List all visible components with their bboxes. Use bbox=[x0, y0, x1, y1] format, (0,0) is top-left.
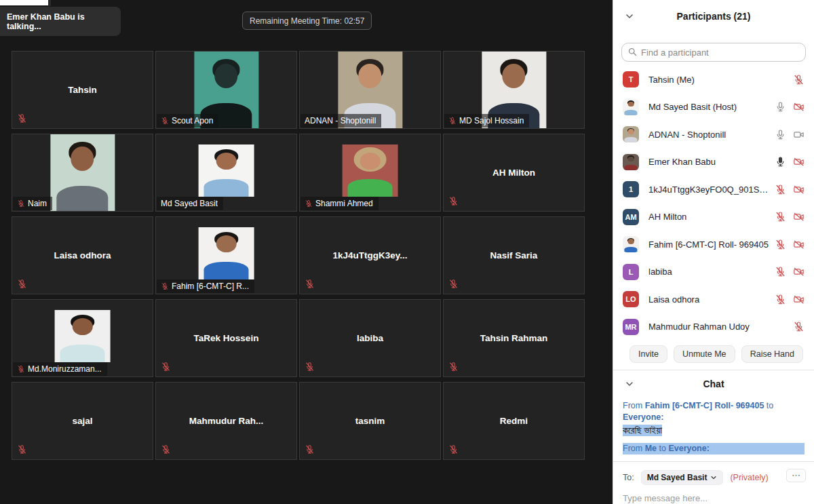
video-tile[interactable]: MD Sajol Hossain bbox=[443, 51, 585, 129]
chat-message-header: From Me to Everyone: bbox=[623, 443, 805, 454]
participant-name: Md Sayed Basit bbox=[161, 199, 218, 208]
video-tile[interactable]: Tahsin Rahman bbox=[443, 299, 585, 377]
mic-muted-icon bbox=[448, 444, 459, 454]
video-tile[interactable]: Fahim [6-CMT-C] R... bbox=[155, 216, 297, 294]
person-head bbox=[216, 153, 237, 170]
participant-video bbox=[623, 154, 639, 170]
video-tile[interactable]: tasnim bbox=[299, 382, 441, 460]
participant-row[interactable]: LOLaisa odhora bbox=[613, 286, 814, 313]
video-tile[interactable]: sajal bbox=[12, 382, 153, 460]
person-torso bbox=[60, 345, 104, 362]
video-tile[interactable]: Md.Moniruzzaman... bbox=[12, 299, 153, 377]
zoom-meeting-window: Emer Khan Babu is talking... Remaining M… bbox=[0, 0, 814, 504]
more-options-icon[interactable]: ⋯ bbox=[786, 469, 806, 482]
participant-row[interactable]: 11kJ4uTtggK3eyFO0Q_901SAAAA... bbox=[613, 176, 814, 203]
video-tile[interactable]: TaRek Hossein bbox=[155, 299, 297, 377]
participant-status-icons bbox=[793, 321, 805, 332]
participant-name-label: Md.Moniruzzaman... bbox=[13, 362, 107, 376]
camera-off-icon bbox=[793, 211, 805, 222]
video-tile[interactable]: Mahmudur Rah... bbox=[155, 382, 297, 460]
video-tile[interactable]: Scout Apon bbox=[155, 51, 297, 129]
recipient-name: Md Sayed Basit bbox=[647, 473, 708, 482]
participant-name-label: Fahim [6-CMT-C] R... bbox=[157, 279, 254, 293]
invite-button[interactable]: Invite bbox=[629, 345, 667, 363]
participant-row[interactable]: Emer Khan Babu bbox=[613, 149, 814, 176]
participant-name: ADNAN - Shoptonill bbox=[648, 130, 769, 140]
video-tile[interactable]: 1kJ4uTtggK3ey... bbox=[299, 216, 441, 294]
chevron-down-icon bbox=[710, 474, 717, 481]
video-tile[interactable]: labiba bbox=[299, 299, 441, 377]
mic-muted-icon bbox=[793, 74, 805, 85]
participant-row[interactable]: Md Sayed Basit (Host) bbox=[613, 94, 814, 121]
mic-muted-icon bbox=[17, 444, 27, 454]
participant-name: Tahsin bbox=[12, 52, 153, 128]
search-icon bbox=[627, 47, 638, 57]
avatar: L bbox=[623, 264, 639, 280]
chat-collapse-chevron-down-icon[interactable] bbox=[624, 379, 635, 389]
person-torso bbox=[204, 179, 248, 196]
participant-name: sajal bbox=[12, 383, 153, 459]
chat-recipient-row: To: Md Sayed Basit (Privately) ⋯ bbox=[613, 462, 814, 485]
avatar: MR bbox=[623, 319, 639, 335]
camera-off-icon bbox=[793, 239, 805, 250]
participant-status-icons bbox=[793, 74, 805, 85]
participants-collapse-chevron-down-icon[interactable] bbox=[624, 11, 635, 22]
chat-message: From Me to Everyone: bbox=[623, 443, 805, 454]
participant-row[interactable]: Llabiba bbox=[613, 258, 814, 286]
video-tile[interactable]: Nasif Saria bbox=[443, 216, 585, 294]
mic-muted-icon bbox=[448, 279, 459, 289]
mic-muted-icon bbox=[161, 444, 171, 454]
mic-muted-icon bbox=[161, 282, 169, 290]
active-speaker-toast: Emer Khan Babu is talking... bbox=[0, 7, 121, 36]
participant-video bbox=[198, 144, 254, 197]
mic-muted-icon bbox=[17, 113, 27, 123]
participants-title: Participants (21) bbox=[677, 11, 751, 22]
mic-muted-icon bbox=[305, 444, 315, 454]
recipient-dropdown[interactable]: Md Sayed Basit bbox=[641, 470, 724, 485]
participant-status-icons bbox=[775, 156, 805, 168]
participant-name: Redmi bbox=[444, 383, 584, 459]
mic-muted-icon bbox=[305, 199, 313, 208]
participant-row[interactable]: MRMahmudur Rahman Udoy bbox=[613, 313, 814, 341]
mic-muted-icon bbox=[448, 362, 459, 372]
participant-name: AH Milton bbox=[648, 212, 769, 222]
side-panel: Participants (21) TTahsin (Me)Md Sayed B… bbox=[613, 0, 814, 504]
participant-name: 1kJ4uTtggK3eyFO0Q_901SAAAA... bbox=[648, 185, 769, 195]
participant-name: tasnim bbox=[300, 383, 440, 459]
top-edge-artifact-mark bbox=[48, 0, 51, 6]
chat-message: From Fahim [6-CMT-C] Roll- 969405 to Eve… bbox=[623, 400, 805, 436]
participant-name: Nasif Saria bbox=[444, 217, 584, 294]
participant-row[interactable]: ADNAN - Shoptonill bbox=[613, 121, 814, 149]
mic-muted-icon bbox=[17, 365, 25, 373]
unmute-me-button[interactable]: Unmute Me bbox=[674, 345, 735, 363]
search-input[interactable] bbox=[621, 43, 806, 62]
chat-message-input[interactable]: Type message here... bbox=[613, 485, 814, 504]
camera-off-icon bbox=[793, 294, 805, 305]
participants-list: TTahsin (Me)Md Sayed Basit (Host)ADNAN -… bbox=[613, 66, 814, 341]
video-tile[interactable]: Md Sayed Basit bbox=[155, 134, 297, 212]
chat-messages: From Fahim [6-CMT-C] Roll- 969405 to Eve… bbox=[613, 398, 814, 454]
participant-name: TaRek Hossein bbox=[156, 300, 296, 376]
video-tile[interactable]: Laisa odhora bbox=[12, 216, 153, 294]
participant-name-label: Shammi Ahmed bbox=[301, 197, 379, 210]
participant-name: Tahsin Rahman bbox=[444, 300, 584, 376]
video-tile[interactable]: Redmi bbox=[443, 382, 585, 460]
avatar bbox=[623, 236, 639, 252]
mic-muted-icon bbox=[775, 294, 786, 305]
video-tile[interactable]: Tahsin bbox=[12, 51, 153, 129]
raise-hand-button[interactable]: Raise Hand bbox=[741, 345, 803, 363]
participant-video bbox=[198, 227, 254, 279]
chat-message-body: করেছি ভাইয়া bbox=[623, 425, 662, 436]
participant-row[interactable]: TTahsin (Me) bbox=[613, 66, 814, 94]
privately-label: (Privately) bbox=[730, 473, 768, 482]
video-area: Emer Khan Babu is talking... Remaining M… bbox=[0, 0, 613, 504]
participant-row[interactable]: Fahim [6-CMT-C] Roll- 969405 bbox=[613, 231, 814, 258]
mic-muted-icon bbox=[305, 362, 315, 372]
avatar bbox=[623, 126, 639, 142]
participant-row[interactable]: AMAH Milton bbox=[613, 203, 814, 231]
video-tile[interactable]: Naim bbox=[12, 134, 153, 212]
video-tile[interactable]: ADNAN - Shoptonill bbox=[299, 51, 441, 129]
video-tile[interactable]: Shammi Ahmed bbox=[299, 134, 441, 212]
video-tile[interactable]: AH Milton bbox=[443, 134, 585, 212]
person-head bbox=[628, 239, 634, 244]
